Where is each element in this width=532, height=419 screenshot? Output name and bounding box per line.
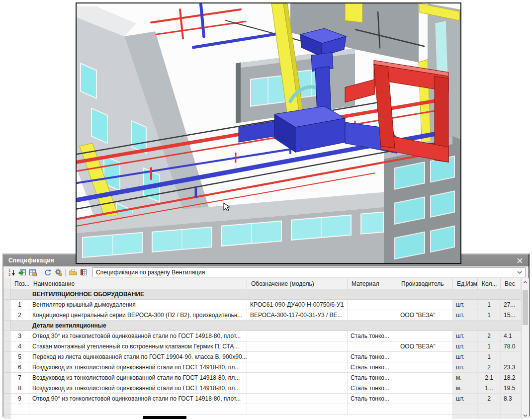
- close-button[interactable]: [516, 256, 524, 264]
- cell-weight: [501, 404, 521, 415]
- export-table-button[interactable]: [78, 268, 89, 277]
- row-margin: [3, 415, 10, 419]
- open-report-button[interactable]: [68, 268, 78, 277]
- row-margin: [3, 321, 10, 331]
- cell-name: Вентилятор крышный дымоудаления: [29, 300, 247, 310]
- insert-table-button[interactable]: [17, 268, 27, 277]
- specification-select[interactable]: Спецификация по разделу Вентиляция: [92, 267, 526, 277]
- cell-qty: 1: [478, 300, 501, 310]
- 3d-viewport[interactable]: [76, 2, 461, 264]
- cell-material: Сталь тонко...: [348, 362, 397, 373]
- cell-pos: 6: [10, 362, 29, 373]
- cell-model: [247, 352, 348, 362]
- specification-panel: Спецификация 1 2: [2, 253, 530, 417]
- svg-text:2: 2: [8, 273, 10, 276]
- table-row[interactable]: 7 Воздуховод из тонколистовой оцинкованн…: [3, 373, 521, 383]
- screenshot-root: Спецификация 1 2: [0, 0, 532, 419]
- cell-material: Сталь тонко...: [348, 383, 397, 394]
- cell-manufacturer: [397, 352, 453, 362]
- cell-unit: шт.: [453, 300, 478, 310]
- cell-unit: шт.: [453, 362, 478, 373]
- cell-pos: [10, 404, 29, 415]
- row-margin: [3, 383, 10, 394]
- col-header-weight[interactable]: Вес: [501, 278, 521, 289]
- cell-pos: 4: [10, 341, 29, 352]
- col-header-pos[interactable]: Поз...: [10, 278, 29, 289]
- cell-weight: 18.2: [501, 373, 521, 383]
- vertical-scroll-thumb[interactable]: [523, 290, 528, 325]
- cell-qty: 2: [478, 362, 501, 373]
- col-header-manufacturer[interactable]: Производитель: [397, 278, 453, 289]
- col-header-name[interactable]: Наименование: [29, 278, 247, 289]
- cell-model: [247, 373, 348, 383]
- cell-weight: 78.0: [501, 341, 521, 352]
- empty-cell: [453, 415, 478, 419]
- cell-material: [348, 300, 397, 310]
- close-icon: [517, 258, 523, 263]
- cell-weight: 19.5: [501, 383, 521, 394]
- sort-button[interactable]: 1 2: [6, 268, 17, 277]
- table-group-row[interactable]: ВЕНТИЛЯЦИОННОЕ ОБОРУДОВАНИЕ: [3, 289, 521, 300]
- cell-qty: [478, 404, 501, 415]
- cell-name: [29, 404, 247, 415]
- cell-material: [348, 310, 397, 321]
- table-row[interactable]: 2 Кондиционер центральный серии ВЕРОСА-3…: [3, 310, 521, 321]
- row-margin: [3, 352, 10, 362]
- vertical-scrollbar[interactable]: [521, 278, 529, 419]
- cell-material: Сталь тонко...: [348, 331, 397, 341]
- group-title: ВЕНТИЛЯЦИОННОЕ ОБОРУДОВАНИЕ: [10, 289, 521, 300]
- save-table-button[interactable]: [27, 268, 38, 277]
- col-header-model[interactable]: Обозначение (модель): [247, 278, 348, 289]
- cell-name: Воздуховод из тонколистовой оцинкованной…: [29, 362, 247, 373]
- cell-weight: 15...: [501, 310, 521, 321]
- row-margin: [3, 341, 10, 352]
- cell-name: Отвод 30° из тонколистовой оцинкованной …: [29, 331, 247, 341]
- cell-model: ВЕРОСА-300-117-00-31-У3 / ВЕ...: [247, 310, 348, 321]
- row-margin: [3, 404, 10, 415]
- table-row[interactable]: 5 Переход из листа оцинкованной стали по…: [3, 352, 521, 362]
- table-row-partial: [3, 415, 521, 419]
- scroll-down-button[interactable]: [522, 412, 529, 419]
- table-row[interactable]: 8 Воздуховод из тонколистовой оцинкованн…: [3, 383, 521, 394]
- scroll-up-button[interactable]: [522, 278, 529, 286]
- col-header-qty[interactable]: Кол...: [478, 278, 501, 289]
- table-row[interactable]: 1 Вентилятор крышный дымоудаления КРОС61…: [3, 300, 521, 310]
- chevron-down-icon: [517, 271, 522, 274]
- cell-model: [247, 341, 348, 352]
- toolbar-separator: [40, 269, 40, 276]
- cell-material: Сталь тонко...: [348, 373, 397, 383]
- cell-material: Сталь тонко...: [348, 394, 397, 404]
- cell-model: [247, 362, 348, 373]
- table-row[interactable]: 6 Воздуховод из тонколистовой оцинкованн…: [3, 362, 521, 373]
- refresh-button[interactable]: [42, 268, 53, 277]
- cell-manufacturer: ООО "ВЕЗА": [397, 310, 453, 321]
- 3d-model-scene: [77, 3, 460, 263]
- cell-manufacturer: [397, 373, 453, 383]
- row-margin: [3, 300, 10, 310]
- table-row[interactable]: 4 Стакан монтажный утепленный со встроен…: [3, 341, 521, 352]
- col-header-unit[interactable]: Ед.Изм.: [453, 278, 478, 289]
- cell-qty: 1...: [478, 383, 501, 394]
- refresh-icon: [44, 268, 52, 276]
- cell-weight: [501, 352, 521, 362]
- cell-qty: 1: [478, 341, 501, 352]
- cell-manufacturer: [397, 383, 453, 394]
- table-row[interactable]: [3, 404, 521, 415]
- specification-select-value: Спецификация по разделу Вентиляция: [96, 269, 517, 276]
- table-group-row[interactable]: Детали вентиляционные: [3, 321, 521, 331]
- table-row[interactable]: 3 Отвод 30° из тонколистовой оцинкованно…: [3, 331, 521, 341]
- settings-button[interactable]: [53, 268, 63, 277]
- group-title: Детали вентиляционные: [10, 321, 521, 331]
- cell-pos: 1: [10, 300, 29, 310]
- cell-unit: шт.: [453, 331, 478, 341]
- cell-unit: шт.: [453, 394, 478, 404]
- save-table-icon: [29, 268, 37, 276]
- cell-model: КРОС61-090-ДУ400-Н-00750/6-У1: [247, 300, 348, 310]
- table-row[interactable]: 9 Отвод 90° из тонколистовой оцинкованно…: [3, 394, 521, 404]
- cell-name: Стакан монтажный утепленный со встроенны…: [29, 341, 247, 352]
- col-header-material[interactable]: Материал: [348, 278, 397, 289]
- empty-cell: [478, 415, 501, 419]
- empty-cell: [501, 415, 521, 419]
- cell-model: [247, 383, 348, 394]
- table-header-row: Поз... Наименование Обозначение (модель)…: [3, 278, 521, 289]
